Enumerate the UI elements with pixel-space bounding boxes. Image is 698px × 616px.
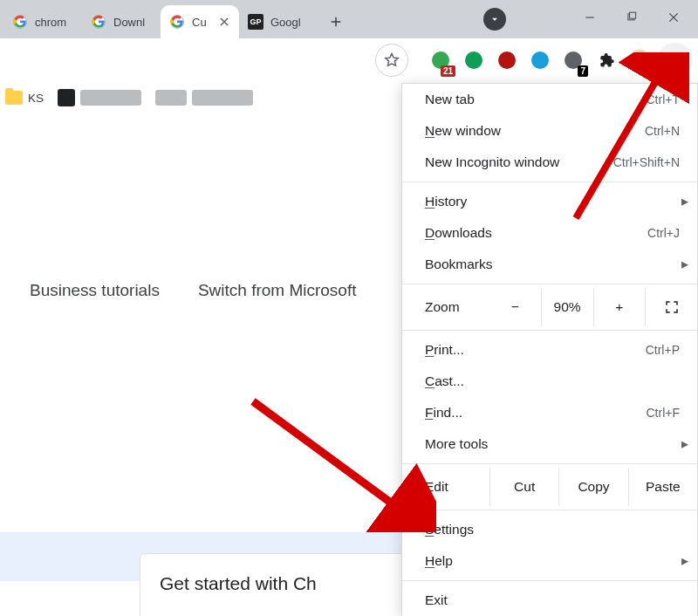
- extension-badge: 21: [441, 65, 455, 77]
- bookmark-label-blurred: [80, 90, 141, 106]
- maximize-button[interactable]: [611, 0, 653, 35]
- menu-label: Cast...: [425, 373, 680, 389]
- svg-line-12: [253, 401, 401, 510]
- bookmark-label-blurred: [155, 90, 187, 106]
- menu-label: Settings: [425, 522, 680, 537]
- fullscreen-button[interactable]: [645, 288, 697, 326]
- tab-download[interactable]: Downl: [82, 5, 161, 38]
- google-favicon: [12, 14, 28, 30]
- zoom-out-button[interactable]: −: [489, 288, 541, 326]
- bookmark-blurred-2[interactable]: [155, 90, 253, 106]
- extension-2[interactable]: [457, 45, 490, 75]
- extension-1[interactable]: 21: [424, 45, 457, 75]
- menu-help[interactable]: Help ▸: [402, 545, 697, 577]
- menu-accelerator: Ctrl+P: [646, 343, 680, 357]
- page-tab-business[interactable]: Business tutorials: [30, 281, 160, 300]
- bookmark-label-blurred: [192, 90, 253, 106]
- close-window-button[interactable]: [653, 0, 695, 35]
- tab-search-button[interactable]: [483, 8, 506, 31]
- menu-find[interactable]: Find... Ctrl+F: [402, 397, 697, 428]
- menu-label: Print...: [425, 342, 646, 358]
- bookmark-blurred-1[interactable]: [58, 89, 141, 106]
- menu-label: Exit: [425, 592, 680, 608]
- menu-paste-button[interactable]: Paste: [628, 468, 697, 506]
- google-favicon: [91, 14, 106, 30]
- bookmark-star-button[interactable]: [375, 44, 408, 77]
- tab-gp[interactable]: GP Googl: [239, 5, 318, 38]
- minimize-button[interactable]: [569, 0, 611, 35]
- svg-line-11: [576, 72, 661, 218]
- menu-label: Find...: [425, 405, 647, 421]
- menu-accelerator: Ctrl+F: [647, 406, 681, 420]
- annotation-arrow-menu: [558, 52, 689, 227]
- zoom-in-button[interactable]: +: [593, 288, 646, 326]
- extension-4[interactable]: [524, 45, 557, 75]
- tab-current[interactable]: Cu: [161, 5, 239, 38]
- menu-bookmarks[interactable]: Bookmarks ▸: [402, 249, 697, 280]
- tab-label: Cu: [192, 16, 213, 29]
- menu-cut-button[interactable]: Cut: [489, 468, 558, 506]
- tab-chrome[interactable]: chrom: [3, 5, 82, 38]
- menu-more-tools[interactable]: More tools ▸: [402, 428, 697, 460]
- folder-icon: [5, 91, 23, 105]
- window-controls: [569, 0, 695, 35]
- site-favicon: [58, 89, 75, 106]
- menu-settings[interactable]: Settings: [402, 514, 697, 545]
- menu-label: Help: [425, 553, 680, 569]
- menu-label: Downloads: [425, 225, 647, 241]
- menu-edit-row: Edit Cut Copy Paste: [402, 468, 697, 506]
- new-tab-button[interactable]: [323, 9, 349, 35]
- zoom-value: 90%: [541, 288, 593, 326]
- chevron-right-icon: ▸: [681, 553, 688, 569]
- google-favicon: [169, 14, 185, 30]
- tab-strip: chrom Downl Cu GP Googl: [0, 0, 698, 38]
- menu-print[interactable]: Print... Ctrl+P: [402, 334, 697, 366]
- close-icon[interactable]: [218, 16, 230, 28]
- menu-accelerator: Ctrl+J: [647, 226, 680, 240]
- tab-label: Googl: [270, 16, 309, 29]
- svg-rect-4: [630, 12, 636, 18]
- chevron-right-icon: ▸: [681, 257, 688, 272]
- menu-cast[interactable]: Cast...: [402, 366, 697, 397]
- bookmark-label: KS: [28, 92, 44, 105]
- menu-label: Bookmarks: [425, 257, 680, 272]
- bookmark-folder-ks[interactable]: KS: [5, 91, 44, 105]
- menu-zoom-row: Zoom − 90% +: [402, 288, 697, 326]
- annotation-arrow-settings: [244, 393, 436, 532]
- chevron-right-icon: ▸: [681, 436, 688, 452]
- gp-favicon: GP: [248, 14, 263, 30]
- extension-3[interactable]: [490, 45, 524, 75]
- page-tab-switch[interactable]: Switch from Microsoft: [198, 281, 357, 300]
- menu-zoom-label: Zoom: [402, 299, 489, 315]
- menu-label: More tools: [425, 436, 680, 452]
- tab-label: chrom: [35, 16, 73, 29]
- menu-exit[interactable]: Exit: [402, 585, 697, 616]
- tab-label: Downl: [113, 16, 152, 29]
- menu-copy-button[interactable]: Copy: [558, 468, 627, 506]
